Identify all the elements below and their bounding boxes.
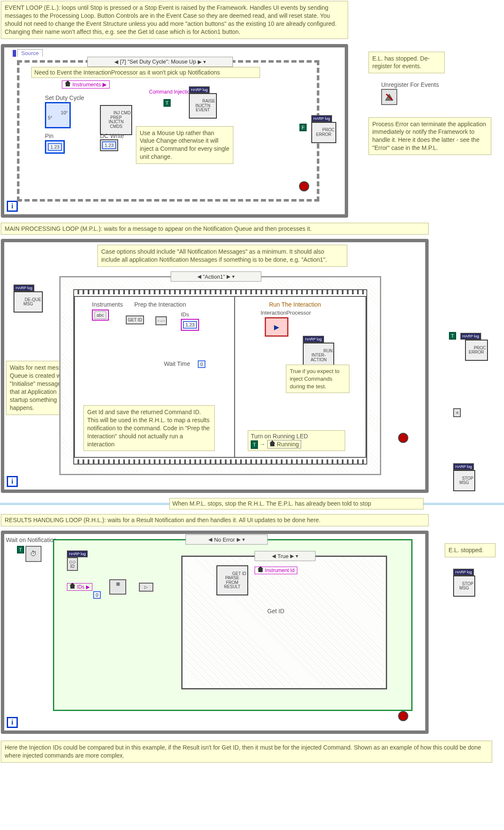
set-duty-cycle-control[interactable]: 10° 5°	[45, 102, 71, 128]
inj-cmd-node: INJ CMD PREP INJCTN CMDS	[100, 105, 132, 135]
dc-write-label: DC Write	[100, 133, 124, 139]
mpl-case-structure: ◀ "Action1" ▶ ▾ Instruments abc Prep the…	[59, 276, 381, 475]
event-loop-header-note: EVENT LOOP (E.L.): loops until Stop is p…	[1, 1, 348, 39]
event-loop-frame: i Source ◀ [7] "Set Duty Cycle": Mouse U…	[1, 44, 348, 218]
source-tab[interactable]: Source	[17, 49, 42, 57]
mouseup-note: Use a Mouse Up rather than Value Change …	[136, 126, 233, 164]
house-icon	[269, 440, 275, 446]
raise-inject-event-node: RAISE INJCTN EVENT	[189, 93, 217, 119]
rhl-frame: i Wait on Notification T ⏱ ◀ No Error ▶ …	[1, 531, 429, 734]
rhl-el-stopped-note: E.L. stopped.	[445, 543, 496, 557]
concat-node: ▫→▫	[155, 316, 167, 325]
unregister-label: Unregister For Events	[381, 81, 439, 88]
proc-error-node: PROC ERROR	[311, 122, 336, 143]
harp-log-icon: HARP log	[311, 115, 332, 122]
stop-terminal-icon	[299, 181, 309, 191]
wait-time-label: Wait Time	[164, 360, 190, 367]
harp-log-icon: HARP log	[453, 463, 474, 470]
house-icon	[65, 80, 71, 86]
bool-t: T	[17, 546, 24, 553]
prev-case-icon[interactable]: ◀	[208, 537, 212, 542]
process-error-note: Process Error can terminate the applicat…	[368, 117, 491, 155]
case-dropdown-icon[interactable]: ▾	[203, 59, 206, 65]
mpl-case-title: "Action1"	[203, 274, 225, 280]
ids-local: IDs ▶	[67, 583, 92, 591]
event-case-selector[interactable]: ◀ [7] "Set Duty Cycle": Mouse Up ▶ ▾	[87, 57, 233, 67]
house-icon	[69, 583, 75, 589]
case-dropdown-icon[interactable]: ▾	[242, 537, 245, 542]
harp-log-icon: HARP log	[303, 336, 324, 343]
id-node: ◇◇ID	[67, 557, 78, 571]
next-case-icon[interactable]: ▶	[227, 274, 230, 279]
info-icon: i	[7, 476, 18, 487]
info-icon: i	[7, 717, 18, 728]
compare-node: ▷	[139, 583, 153, 592]
stop-terminal-icon	[398, 433, 408, 443]
dc-write-indicator: 1.23	[100, 139, 118, 151]
getid-parse-node: GET ID PARSE FROM RESULT	[216, 565, 248, 595]
footer-note: Here the Injection IDs could be compared…	[1, 741, 492, 763]
rhl-inner-case-selector[interactable]: ◀ True ▶ ▾	[255, 551, 316, 561]
ids-indicator: 1.23	[181, 319, 199, 331]
mpl-header-note: MAIN PROCESSING LOOP (M.P.L.): waits for…	[1, 223, 429, 235]
instruments-label: Instruments	[92, 301, 123, 308]
harp-log-icon: HARP log	[460, 333, 481, 340]
bool-f: F	[299, 124, 307, 131]
harp-log-icon: HARP log	[189, 86, 210, 93]
interaction-note: Need to Event the InteractionProcessor a…	[31, 67, 260, 78]
turn-on-led-note: Turn on Running LED T → Running	[248, 430, 345, 451]
wait-notification-label: Wait on Notification	[6, 537, 57, 543]
rhl-inner-case: ◀ True ▶ ▾ GET ID PARSE FROM RESULT Inst…	[181, 556, 387, 689]
wait-time-value[interactable]: 0	[198, 360, 205, 368]
next-case-icon[interactable]: ▶	[237, 537, 241, 542]
event-case-title: [7] "Set Duty Cycle": Mouse Up	[120, 58, 196, 65]
unregister-events-node	[381, 89, 397, 105]
set-duty-cycle-label: Set Duty Cycle	[45, 94, 84, 101]
index-array-node: ▦	[109, 579, 126, 595]
rhl-inner-case-title: True	[277, 553, 288, 559]
merge-errors-node: ⤨	[453, 408, 461, 417]
prev-case-icon[interactable]: ◀	[197, 274, 201, 279]
getid-node: GET ID	[126, 315, 144, 324]
harp-log-icon: HARP log	[14, 285, 34, 291]
info-icon: i	[7, 201, 18, 212]
bool-t: T	[449, 332, 456, 340]
getid-note: Get Id and save the returned Command ID.…	[83, 405, 215, 451]
instruments-control[interactable]: abc	[92, 310, 109, 321]
event-loop-header-text: EVENT LOOP (E.L.): loops until Stop is p…	[5, 4, 337, 35]
bool-t: T	[251, 440, 258, 449]
event-structure: ◀ [7] "Set Duty Cycle": Mouse Up ▶ ▾ Nee…	[17, 60, 319, 202]
rhl-header-note: RESULTS HANDLING LOOP (R.H.L.): waits fo…	[1, 514, 429, 526]
run-interaction-label: Run The Interaction	[269, 301, 321, 308]
stop-msg-node: STOP MSG	[453, 575, 475, 597]
prev-case-icon[interactable]: ◀	[114, 59, 118, 65]
flat-sequence: Instruments abc Prep the Interaction GET…	[73, 289, 367, 465]
pin-label: Pin	[45, 133, 65, 139]
bool-t: T	[163, 99, 171, 107]
dequeue-msg-node: DE-QUE MSG	[14, 291, 43, 313]
rhl-case-selector[interactable]: ◀ No Error ▶ ▾	[186, 534, 268, 545]
harp-log-icon: HARP log	[67, 551, 88, 557]
stop-msg-node: STOP MSG	[453, 470, 475, 491]
instrument-id-local: Instrument Id	[255, 567, 297, 574]
rhl-case-structure: ◀ No Error ▶ ▾ HARP log ◇◇ID IDs ▶ ▦ 0	[53, 539, 413, 711]
case-dropdown-icon[interactable]: ▾	[296, 553, 298, 559]
case-dropdown-icon[interactable]: ▾	[232, 274, 235, 279]
interaction-processor-node: ▶	[265, 317, 288, 337]
pin-control[interactable]: 1.23	[45, 140, 65, 154]
next-case-icon[interactable]: ▶	[198, 59, 202, 65]
el-stopped-note: E.L. has stopped. De-register for events…	[368, 52, 445, 74]
mpl-case-selector[interactable]: ◀ "Action1" ▶ ▾	[171, 271, 261, 282]
mpl-case-note: Case options should include "All Notific…	[97, 245, 347, 267]
prev-case-icon[interactable]: ◀	[272, 553, 276, 559]
instruments-local: Instruments ▶	[62, 80, 110, 89]
zero-const: 0	[93, 591, 101, 599]
proc-error-node: PROC ERROR	[465, 340, 488, 361]
stop-terminal-icon	[398, 711, 408, 721]
next-case-icon[interactable]: ▶	[290, 553, 294, 559]
divider-note: When M.P.L. stops, stop the R.H.L. The E…	[169, 498, 424, 509]
iproc-label: InteractionProcessor	[260, 310, 311, 316]
ids-label: IDs	[181, 311, 189, 318]
get-id-label: Get ID	[267, 608, 284, 614]
inject-note: True if you expect to inject Commands du…	[286, 365, 349, 393]
